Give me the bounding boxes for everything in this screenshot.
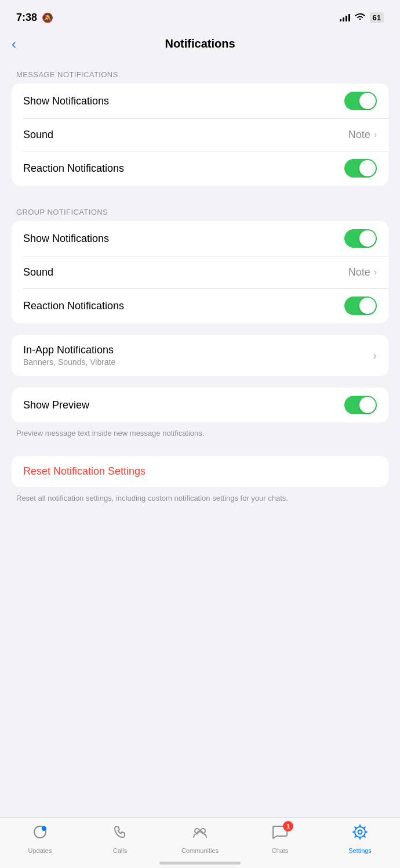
show-preview-card: Show Preview [12, 388, 388, 422]
tab-communities[interactable]: Communities [177, 823, 223, 854]
show-preview-hint: Preview message text inside new message … [0, 426, 400, 448]
message-show-notifications-row[interactable]: Show Notifications [12, 84, 388, 118]
home-indicator [159, 862, 241, 865]
nav-bar: ‹ Notifications [0, 31, 400, 60]
tab-bar: Updates Calls Communities [0, 817, 400, 868]
message-reaction-notifications-row[interactable]: Reaction Notifications [12, 151, 388, 186]
message-sound-value-group: Note › [348, 129, 377, 141]
signal-icon [340, 13, 350, 21]
chats-icon: 1 [271, 823, 289, 845]
tab-updates[interactable]: Updates [17, 823, 63, 854]
page-title: Notifications [165, 37, 235, 50]
group-show-notifications-toggle[interactable] [344, 229, 377, 248]
tab-calls[interactable]: Calls [97, 823, 143, 854]
mute-icon: 🔕 [42, 12, 53, 23]
message-sound-value: Note [348, 129, 370, 141]
tab-chats[interactable]: 1 Chats [257, 823, 303, 854]
message-sound-chevron-icon: › [374, 129, 377, 140]
group-notifications-header: GROUP NOTIFICATIONS [0, 197, 400, 221]
status-time: 7:38 🔕 [16, 12, 53, 24]
tab-calls-label: Calls [113, 847, 127, 854]
message-notifications-header: MESSAGE NOTIFICATIONS [0, 60, 400, 84]
settings-icon [351, 823, 369, 845]
inapp-notifications-card[interactable]: In-App Notifications Banners, Sounds, Vi… [12, 335, 388, 376]
inapp-notifications-row[interactable]: In-App Notifications Banners, Sounds, Vi… [12, 335, 388, 376]
status-indicators: 61 [340, 12, 384, 23]
communities-icon [191, 823, 209, 845]
tab-settings-label: Settings [348, 847, 372, 854]
inapp-notifications-text: In-App Notifications Banners, Sounds, Vi… [23, 344, 115, 367]
back-button[interactable]: ‹ [12, 36, 16, 52]
inapp-notifications-title: In-App Notifications [23, 344, 115, 356]
clock: 7:38 [16, 12, 37, 24]
calls-icon [111, 823, 129, 845]
tab-chats-label: Chats [272, 847, 289, 854]
inapp-notifications-subtitle: Banners, Sounds, Vibrate [23, 357, 115, 367]
message-sound-row[interactable]: Sound Note › [12, 118, 388, 151]
reset-notification-card[interactable]: Reset Notification Settings [12, 456, 388, 487]
inapp-notifications-chevron-icon: › [373, 349, 377, 362]
group-notifications-card: Show Notifications Sound Note › Reaction… [12, 221, 388, 323]
group-sound-value-group: Note › [348, 266, 377, 279]
show-preview-toggle[interactable] [344, 396, 377, 414]
show-preview-row[interactable]: Show Preview [12, 388, 388, 422]
battery-icon: 61 [370, 12, 384, 23]
show-preview-label: Show Preview [23, 399, 89, 411]
svg-point-2 [42, 827, 46, 830]
tab-updates-label: Updates [28, 847, 52, 854]
message-sound-label: Sound [23, 129, 53, 141]
group-sound-row[interactable]: Sound Note › [12, 256, 388, 288]
tab-settings[interactable]: Settings [337, 823, 383, 854]
chats-badge: 1 [283, 821, 293, 831]
reset-notification-hint: Reset all notification settings, includi… [0, 490, 400, 509]
group-reaction-notifications-toggle[interactable] [344, 296, 377, 315]
group-show-notifications-label: Show Notifications [23, 233, 109, 245]
group-sound-chevron-icon: › [374, 267, 377, 277]
group-sound-label: Sound [23, 266, 53, 279]
message-reaction-notifications-label: Reaction Notifications [23, 162, 124, 175]
message-notifications-card: Show Notifications Sound Note › Reaction… [12, 84, 388, 186]
message-show-notifications-label: Show Notifications [23, 95, 109, 107]
group-sound-value: Note [348, 266, 370, 279]
message-reaction-notifications-toggle[interactable] [344, 159, 377, 178]
group-reaction-notifications-label: Reaction Notifications [23, 300, 124, 312]
updates-icon [31, 823, 49, 845]
tab-communities-label: Communities [181, 847, 219, 854]
battery-level: 61 [373, 13, 381, 22]
svg-point-5 [358, 830, 362, 834]
svg-point-6 [355, 827, 365, 837]
group-show-notifications-row[interactable]: Show Notifications [12, 221, 388, 256]
status-bar: 7:38 🔕 61 [0, 0, 400, 31]
wifi-icon [355, 13, 365, 23]
reset-notification-label[interactable]: Reset Notification Settings [23, 465, 146, 477]
group-reaction-notifications-row[interactable]: Reaction Notifications [12, 288, 388, 323]
message-show-notifications-toggle[interactable] [344, 92, 377, 110]
